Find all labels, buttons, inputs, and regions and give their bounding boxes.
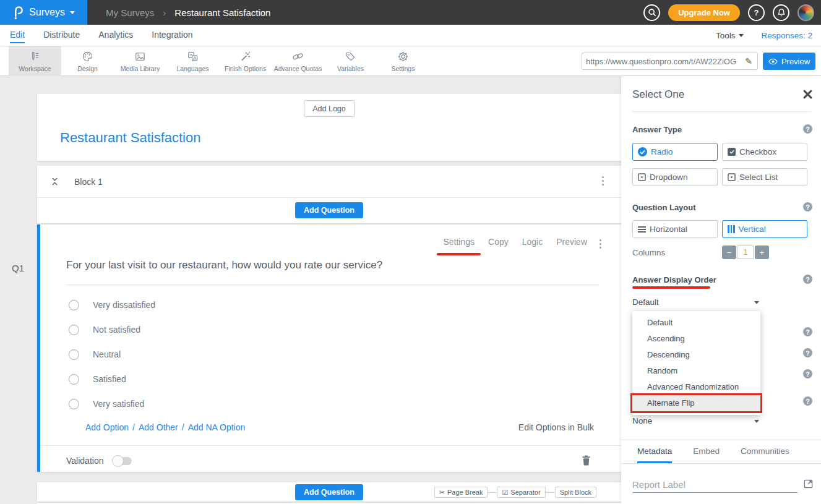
tab-edit[interactable]: Edit [10,30,25,41]
add-question-button[interactable]: Add Question [295,202,363,218]
toolbar-advance-quotas[interactable]: Advance Quotas [272,46,324,76]
toolbar-media-library[interactable]: Media Library [114,46,166,76]
answer-type-select-list[interactable]: Select List [722,168,807,186]
help-icon[interactable]: ? [803,202,812,211]
toolbar-languages[interactable]: Languages [166,46,219,76]
menu-item-random[interactable]: Random [632,363,760,379]
edit-url-pencil-icon[interactable]: ✎ [740,53,757,69]
search-button[interactable] [643,4,660,21]
expand-icon[interactable] [804,479,813,489]
breadcrumb: My Surveys › Restaurant Satisfaction [106,7,270,18]
question-tab-preview[interactable]: Preview [556,237,587,247]
question-number: Q1 [12,263,24,273]
radio-button[interactable] [69,300,79,310]
add-option-link[interactable]: Add Option [85,422,129,432]
survey-url-input[interactable] [582,57,740,66]
eye-icon [768,58,778,65]
help-icon[interactable]: ? [803,348,812,357]
columns-plus-button[interactable]: + [755,246,769,259]
option-label[interactable]: Neutral [93,349,121,359]
preview-button[interactable]: Preview [763,53,815,70]
answer-type-checkbox[interactable]: Checkbox [722,143,807,161]
none-select[interactable]: None [632,416,760,425]
radio-button[interactable] [69,374,79,385]
tools-label: Tools [716,31,736,40]
toolbar-workspace[interactable]: Workspace [9,46,61,76]
menu-item-default[interactable]: Default [632,315,760,331]
notifications-button[interactable] [773,4,789,21]
panel-tab-communities[interactable]: Communities [741,446,789,463]
help-icon[interactable]: ? [803,275,812,284]
page-break-label: Page Break [447,489,483,496]
question-text[interactable]: For your last visit to our restaurant, h… [66,259,382,271]
add-logo-button[interactable]: Add Logo [304,100,355,117]
radio-button[interactable] [69,325,79,335]
page-break-button[interactable]: ✂Page Break [434,487,488,498]
question-tab-copy[interactable]: Copy [488,237,509,247]
add-na-option-link[interactable]: Add NA Option [188,422,246,432]
menu-item-descending[interactable]: Descending [632,347,760,363]
menu-item-alternate-flip[interactable]: Alternate Flip [632,395,760,411]
toolbar-finish-options[interactable]: Finish Options [219,46,272,76]
question-tab-settings[interactable]: Settings [443,237,475,247]
question-menu-dots[interactable] [598,237,603,250]
radio-button[interactable] [69,399,79,409]
columns-value[interactable]: 1 [737,246,754,259]
tools-menu[interactable]: Tools [716,31,744,40]
block-title[interactable]: Block 1 [74,177,103,187]
separator-label: Separator [510,489,540,496]
columns-stepper: − 1 + [722,246,769,259]
split-block-button[interactable]: Split Block [555,487,596,498]
menu-item-advanced-randomization[interactable]: Advanced Randomization [632,379,760,395]
help-icon[interactable]: ? [803,124,812,134]
question-tab-logic[interactable]: Logic [522,237,543,247]
add-question-button-bottom[interactable]: Add Question [295,484,363,500]
radio-button[interactable] [69,349,79,360]
option-label[interactable]: Very satisfied [93,399,144,409]
block-menu-dots[interactable] [600,174,606,187]
menu-item-ascending[interactable]: Ascending [632,331,760,347]
divider [488,492,497,493]
tab-analytics[interactable]: Analytics [98,30,133,41]
layout-vertical[interactable]: Vertical [722,220,807,238]
answer-display-order-select[interactable]: Default [632,297,760,307]
option-row: Satisfied [69,367,596,391]
edit-options-in-bulk-link[interactable]: Edit Options in Bulk [518,422,594,432]
close-icon[interactable] [803,90,812,99]
block-add-question-row: Add Question [37,198,621,223]
help-icon[interactable]: ? [803,327,812,336]
toolbar-design[interactable]: Design [61,46,114,76]
panel-tab-embed[interactable]: Embed [693,446,720,463]
avatar[interactable] [797,4,814,21]
answer-type-dropdown[interactable]: Dropdown [632,168,718,186]
question-card: Q1 Settings Copy Logic Preview For your … [37,224,621,472]
breadcrumb-my-surveys[interactable]: My Surveys [106,7,154,18]
toolbar-variables[interactable]: Variables [324,46,377,76]
slash-separator: / [182,422,184,432]
delete-question-trash-icon[interactable] [582,455,590,466]
gear-icon [397,50,410,63]
columns-minus-button[interactable]: − [722,246,736,259]
help-button[interactable]: ? [748,4,765,21]
survey-title[interactable]: Restaurant Satisfaction [60,130,200,146]
tab-distribute[interactable]: Distribute [43,30,80,41]
answer-type-radio[interactable]: Radio [632,143,718,161]
option-label[interactable]: Satisfied [93,374,126,384]
upgrade-now-button[interactable]: Upgrade Now [668,4,740,21]
help-icon[interactable]: ? [803,369,812,378]
responses-link[interactable]: Responses: 2 [761,31,812,40]
separator-button[interactable]: ☑Separator [497,487,545,498]
tab-integration[interactable]: Integration [152,30,192,41]
panel-tab-metadata[interactable]: Metadata [637,446,672,463]
layout-horizontal[interactable]: Horizontal [632,220,718,238]
product-menu[interactable]: Surveys [0,0,87,25]
toolbar-settings[interactable]: Settings [377,46,429,76]
help-icon[interactable]: ? [803,396,812,406]
report-label-input[interactable] [632,477,797,493]
option-label[interactable]: Very dissatisfied [93,300,155,310]
validation-row: Validation [66,456,132,466]
collapse-block-icon[interactable] [51,177,58,186]
option-label[interactable]: Not satisfied [93,325,140,335]
validation-toggle[interactable] [113,457,132,465]
add-other-link[interactable]: Add Other [139,422,178,432]
